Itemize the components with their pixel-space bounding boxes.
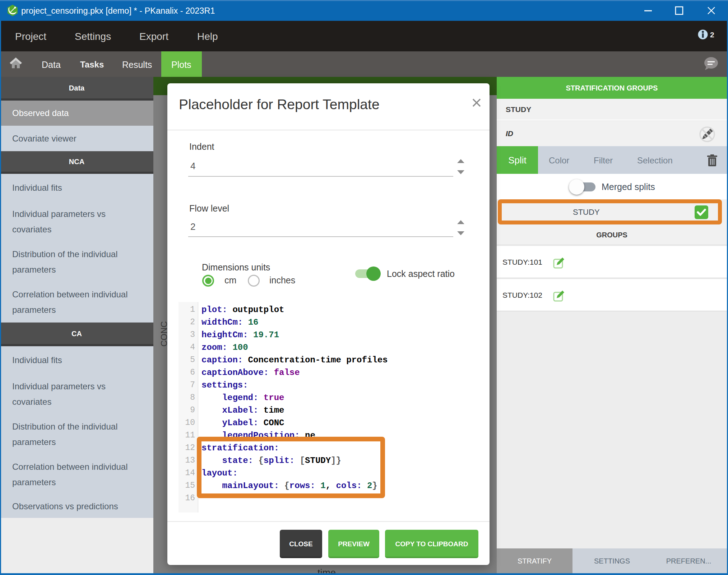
svg-text:2: 2 [710, 31, 714, 39]
